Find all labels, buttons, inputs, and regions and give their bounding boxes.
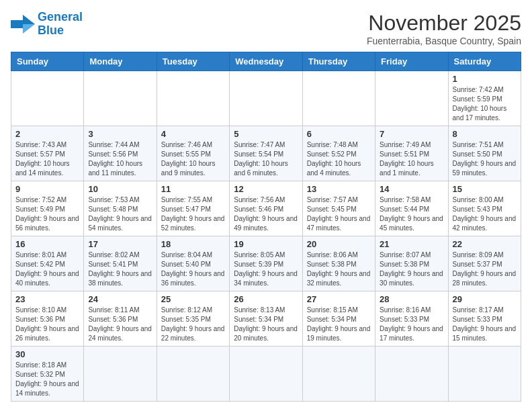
calendar-cell [84, 71, 157, 126]
day-number: 11 [161, 184, 225, 194]
day-info: Sunrise: 8:01 AM Sunset: 5:42 PM Dayligh… [15, 250, 79, 288]
day-info: Sunrise: 8:10 AM Sunset: 5:36 PM Dayligh… [15, 306, 79, 343]
calendar-cell: 8Sunrise: 7:51 AM Sunset: 5:50 PM Daylig… [448, 126, 521, 181]
calendar-cell: 27Sunrise: 8:15 AM Sunset: 5:34 PM Dayli… [302, 291, 375, 347]
calendar-cell: 28Sunrise: 8:16 AM Sunset: 5:33 PM Dayli… [375, 291, 448, 347]
calendar-cell [375, 71, 448, 126]
weekday-header-friday: Friday [375, 52, 448, 71]
day-info: Sunrise: 8:13 AM Sunset: 5:34 PM Dayligh… [234, 306, 298, 343]
svg-marker-2 [23, 24, 35, 34]
calendar-cell [157, 71, 229, 126]
weekday-header-tuesday: Tuesday [157, 52, 229, 71]
day-number: 17 [88, 239, 152, 249]
logo-icon [11, 15, 35, 34]
day-info: Sunrise: 8:09 AM Sunset: 5:37 PM Dayligh… [453, 250, 517, 288]
calendar-week-6: 30Sunrise: 8:18 AM Sunset: 5:32 PM Dayli… [11, 347, 521, 402]
day-info: Sunrise: 8:07 AM Sunset: 5:38 PM Dayligh… [380, 250, 443, 288]
day-number: 22 [453, 239, 517, 249]
day-info: Sunrise: 8:12 AM Sunset: 5:35 PM Dayligh… [161, 306, 225, 343]
logo-line1: General [38, 10, 83, 24]
day-number: 25 [161, 294, 225, 304]
day-info: Sunrise: 8:04 AM Sunset: 5:40 PM Dayligh… [161, 250, 225, 288]
day-info: Sunrise: 8:05 AM Sunset: 5:39 PM Dayligh… [234, 250, 298, 288]
day-number: 1 [453, 74, 517, 84]
day-number: 30 [15, 349, 79, 359]
calendar-cell: 15Sunrise: 8:00 AM Sunset: 5:43 PM Dayli… [448, 181, 521, 236]
calendar-cell: 9Sunrise: 7:52 AM Sunset: 5:49 PM Daylig… [11, 181, 84, 236]
title-block: November 2025 Fuenterrabia, Basque Count… [367, 11, 521, 46]
day-info: Sunrise: 7:56 AM Sunset: 5:46 PM Dayligh… [234, 195, 298, 233]
day-info: Sunrise: 7:48 AM Sunset: 5:52 PM Dayligh… [307, 140, 371, 178]
calendar-cell: 13Sunrise: 7:57 AM Sunset: 5:45 PM Dayli… [302, 181, 375, 236]
calendar-cell: 25Sunrise: 8:12 AM Sunset: 5:35 PM Dayli… [157, 291, 229, 347]
calendar-cell [375, 347, 448, 402]
day-info: Sunrise: 8:06 AM Sunset: 5:38 PM Dayligh… [307, 250, 371, 288]
calendar-cell: 26Sunrise: 8:13 AM Sunset: 5:34 PM Dayli… [230, 291, 302, 347]
day-info: Sunrise: 7:47 AM Sunset: 5:54 PM Dayligh… [234, 140, 298, 178]
day-number: 9 [15, 184, 79, 194]
calendar-cell: 29Sunrise: 8:17 AM Sunset: 5:33 PM Dayli… [448, 291, 521, 347]
calendar-cell: 30Sunrise: 8:18 AM Sunset: 5:32 PM Dayli… [11, 347, 84, 402]
day-number: 20 [307, 239, 371, 249]
calendar-cell: 23Sunrise: 8:10 AM Sunset: 5:36 PM Dayli… [11, 291, 84, 347]
calendar-week-5: 23Sunrise: 8:10 AM Sunset: 5:36 PM Dayli… [11, 291, 521, 347]
day-info: Sunrise: 8:00 AM Sunset: 5:43 PM Dayligh… [453, 195, 517, 233]
day-number: 28 [380, 294, 443, 304]
calendar-cell: 18Sunrise: 8:04 AM Sunset: 5:40 PM Dayli… [157, 236, 229, 291]
calendar-cell [84, 347, 157, 402]
calendar-cell [157, 347, 229, 402]
day-info: Sunrise: 7:58 AM Sunset: 5:44 PM Dayligh… [380, 195, 443, 233]
calendar-cell: 14Sunrise: 7:58 AM Sunset: 5:44 PM Dayli… [375, 181, 448, 236]
day-number: 21 [380, 239, 443, 249]
weekday-header-row: SundayMondayTuesdayWednesdayThursdayFrid… [11, 52, 521, 71]
day-number: 29 [453, 294, 517, 304]
day-info: Sunrise: 8:02 AM Sunset: 5:41 PM Dayligh… [88, 250, 152, 288]
calendar-cell: 12Sunrise: 7:56 AM Sunset: 5:46 PM Dayli… [230, 181, 302, 236]
calendar-cell [302, 347, 375, 402]
calendar-subtitle: Fuenterrabia, Basque Country, Spain [367, 36, 521, 46]
calendar-cell: 11Sunrise: 7:55 AM Sunset: 5:47 PM Dayli… [157, 181, 229, 236]
day-number: 18 [161, 239, 225, 249]
day-number: 5 [234, 129, 298, 139]
day-number: 24 [88, 294, 152, 304]
weekday-header-sunday: Sunday [11, 52, 84, 71]
calendar-cell [230, 347, 302, 402]
day-number: 7 [380, 129, 443, 139]
day-info: Sunrise: 7:57 AM Sunset: 5:45 PM Dayligh… [307, 195, 371, 233]
svg-rect-0 [11, 20, 23, 28]
day-number: 19 [234, 239, 298, 249]
day-info: Sunrise: 7:51 AM Sunset: 5:50 PM Dayligh… [453, 140, 517, 178]
day-info: Sunrise: 8:17 AM Sunset: 5:33 PM Dayligh… [453, 306, 517, 343]
day-number: 4 [161, 129, 225, 139]
day-number: 23 [15, 294, 79, 304]
day-number: 12 [234, 184, 298, 194]
day-number: 26 [234, 294, 298, 304]
calendar-cell: 20Sunrise: 8:06 AM Sunset: 5:38 PM Dayli… [302, 236, 375, 291]
day-info: Sunrise: 7:52 AM Sunset: 5:49 PM Dayligh… [15, 195, 79, 233]
weekday-header-monday: Monday [84, 52, 157, 71]
calendar-cell: 19Sunrise: 8:05 AM Sunset: 5:39 PM Dayli… [230, 236, 302, 291]
day-number: 13 [307, 184, 371, 194]
day-number: 2 [15, 129, 79, 139]
calendar-cell: 24Sunrise: 8:11 AM Sunset: 5:36 PM Dayli… [84, 291, 157, 347]
calendar-cell [448, 347, 521, 402]
day-number: 3 [88, 129, 152, 139]
weekday-header-thursday: Thursday [302, 52, 375, 71]
calendar-cell [230, 71, 302, 126]
day-info: Sunrise: 7:44 AM Sunset: 5:56 PM Dayligh… [88, 140, 152, 178]
day-number: 16 [15, 239, 79, 249]
calendar-cell: 4Sunrise: 7:46 AM Sunset: 5:55 PM Daylig… [157, 126, 229, 181]
calendar-cell: 1Sunrise: 7:42 AM Sunset: 5:59 PM Daylig… [448, 71, 521, 126]
calendar-cell [302, 71, 375, 126]
day-number: 27 [307, 294, 371, 304]
day-number: 10 [88, 184, 152, 194]
logo-text: General Blue [38, 11, 83, 38]
day-info: Sunrise: 7:55 AM Sunset: 5:47 PM Dayligh… [161, 195, 225, 233]
calendar-cell: 16Sunrise: 8:01 AM Sunset: 5:42 PM Dayli… [11, 236, 84, 291]
calendar-week-1: 1Sunrise: 7:42 AM Sunset: 5:59 PM Daylig… [11, 71, 521, 126]
calendar-title: November 2025 [367, 11, 521, 36]
calendar-week-3: 9Sunrise: 7:52 AM Sunset: 5:49 PM Daylig… [11, 181, 521, 236]
calendar-cell: 10Sunrise: 7:53 AM Sunset: 5:48 PM Dayli… [84, 181, 157, 236]
calendar-week-2: 2Sunrise: 7:43 AM Sunset: 5:57 PM Daylig… [11, 126, 521, 181]
weekday-header-wednesday: Wednesday [230, 52, 302, 71]
